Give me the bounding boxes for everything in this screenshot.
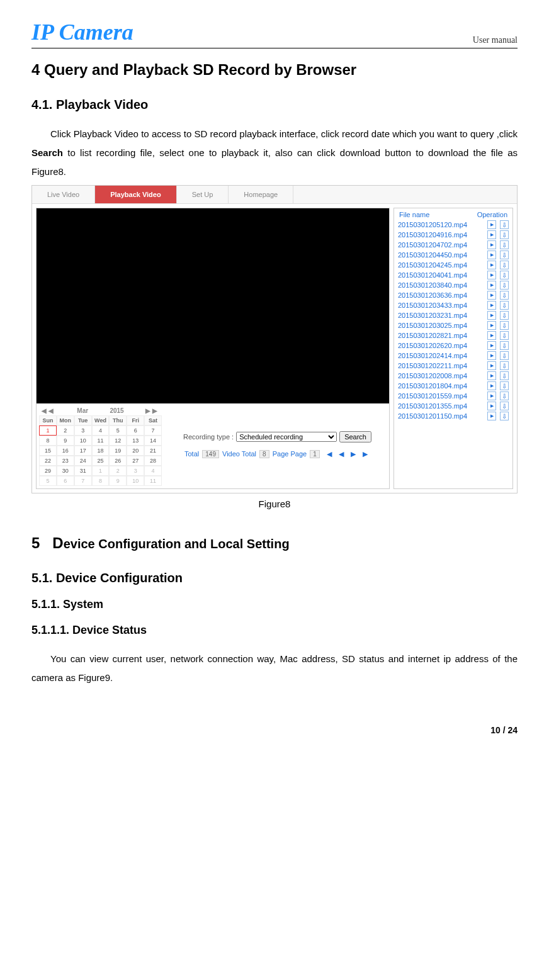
play-icon[interactable]: [487, 331, 496, 340]
calendar-day[interactable]: 11: [92, 436, 110, 446]
calendar-day[interactable]: 25: [92, 456, 110, 466]
file-name: 20150301201355.mp4: [398, 402, 487, 410]
calendar-day[interactable]: 5: [109, 425, 127, 436]
play-icon[interactable]: [487, 301, 496, 310]
calendar-day[interactable]: 9: [57, 436, 74, 446]
calendar-day[interactable]: 2: [109, 466, 127, 476]
play-icon[interactable]: [487, 381, 496, 390]
download-icon[interactable]: [500, 301, 509, 310]
calendar-day[interactable]: 15: [39, 446, 57, 456]
play-icon[interactable]: [487, 412, 496, 420]
play-icon[interactable]: [487, 251, 496, 259]
calendar-day[interactable]: 5: [39, 476, 57, 486]
calendar-day[interactable]: 17: [74, 446, 92, 456]
recording-type-select[interactable]: Scheduled recording: [236, 432, 337, 442]
download-icon[interactable]: [500, 341, 509, 350]
file-row: 20150301205120.mp4: [395, 220, 511, 230]
calendar-day[interactable]: 23: [57, 456, 74, 466]
calendar-day[interactable]: 26: [109, 456, 127, 466]
play-icon[interactable]: [487, 321, 496, 330]
calendar-day[interactable]: 19: [109, 446, 127, 456]
calendar-day[interactable]: 14: [144, 436, 162, 446]
play-icon[interactable]: [487, 291, 496, 300]
download-icon[interactable]: [500, 351, 509, 360]
calendar-day[interactable]: 4: [144, 466, 162, 476]
download-icon[interactable]: [500, 412, 509, 420]
download-icon[interactable]: [500, 291, 509, 300]
calendar-day[interactable]: 1: [39, 425, 57, 436]
download-icon[interactable]: [500, 230, 509, 239]
download-icon[interactable]: [500, 381, 509, 390]
pager-nav-icons[interactable]: ◀ ◀ ▶ ▶: [327, 450, 370, 458]
tab-playback-video[interactable]: Playback Video: [95, 186, 177, 203]
play-icon[interactable]: [487, 261, 496, 269]
tab-live-video[interactable]: Live Video: [32, 186, 95, 203]
download-icon[interactable]: [500, 311, 509, 320]
download-icon[interactable]: [500, 391, 509, 400]
calendar-day[interactable]: 10: [74, 436, 92, 446]
download-icon[interactable]: [500, 261, 509, 269]
play-icon[interactable]: [487, 271, 496, 279]
play-icon[interactable]: [487, 341, 496, 350]
calendar-day[interactable]: 7: [74, 476, 92, 486]
download-icon[interactable]: [500, 220, 509, 229]
calendar-next-icon[interactable]: ▶▶: [145, 407, 159, 414]
search-button[interactable]: Search: [339, 431, 371, 442]
calendar-day[interactable]: 3: [127, 466, 144, 476]
video-playback-area[interactable]: [37, 208, 389, 403]
calendar-day[interactable]: 9: [109, 476, 127, 486]
calendar-day[interactable]: 8: [39, 436, 57, 446]
date-calendar[interactable]: ◀◀ Mar 2015 ▶▶ Sun Mon Tue Wed Thu Fri S…: [39, 406, 162, 486]
play-icon[interactable]: [487, 361, 496, 370]
calendar-day[interactable]: 13: [127, 436, 144, 446]
calendar-prev-icon[interactable]: ◀◀: [42, 407, 55, 414]
calendar-day[interactable]: 8: [92, 476, 110, 486]
play-icon[interactable]: [487, 402, 496, 410]
play-icon[interactable]: [487, 281, 496, 290]
calendar-day[interactable]: 7: [144, 425, 162, 436]
play-icon[interactable]: [487, 371, 496, 380]
download-icon[interactable]: [500, 240, 509, 249]
download-icon[interactable]: [500, 251, 509, 259]
calendar-day[interactable]: 6: [127, 425, 144, 436]
download-icon[interactable]: [500, 361, 509, 370]
calendar-day[interactable]: 2: [57, 425, 74, 436]
calendar-day[interactable]: 6: [57, 476, 74, 486]
file-row: 20150301203840.mp4: [395, 280, 511, 290]
calendar-day[interactable]: 30: [57, 466, 74, 476]
calendar-grid[interactable]: Sun Mon Tue Wed Thu Fri Sat 1 2 3 4 5 6 …: [39, 415, 162, 486]
calendar-day[interactable]: 29: [39, 466, 57, 476]
calendar-day[interactable]: 21: [144, 446, 162, 456]
playback-left-panel: ◀◀ Mar 2015 ▶▶ Sun Mon Tue Wed Thu Fri S…: [36, 208, 390, 489]
play-icon[interactable]: [487, 351, 496, 360]
play-icon[interactable]: [487, 391, 496, 400]
calendar-day[interactable]: 1: [92, 466, 110, 476]
play-icon[interactable]: [487, 240, 496, 249]
tab-homepage[interactable]: Homepage: [229, 186, 293, 203]
download-icon[interactable]: [500, 281, 509, 290]
download-icon[interactable]: [500, 371, 509, 380]
tab-bar: Live Video Playback Video Set Up Homepag…: [32, 186, 517, 204]
play-icon[interactable]: [487, 220, 496, 229]
download-icon[interactable]: [500, 402, 509, 410]
calendar-day[interactable]: 27: [127, 456, 144, 466]
calendar-day[interactable]: 28: [144, 456, 162, 466]
file-name: 20150301203636.mp4: [398, 291, 487, 299]
calendar-day[interactable]: 31: [74, 466, 92, 476]
calendar-day[interactable]: 18: [92, 446, 110, 456]
play-icon[interactable]: [487, 230, 496, 239]
tab-set-up[interactable]: Set Up: [177, 186, 229, 203]
calendar-day[interactable]: 11: [144, 476, 162, 486]
calendar-day[interactable]: 22: [39, 456, 57, 466]
calendar-day[interactable]: 10: [127, 476, 144, 486]
calendar-day[interactable]: 12: [109, 436, 127, 446]
play-icon[interactable]: [487, 311, 496, 320]
calendar-day[interactable]: 24: [74, 456, 92, 466]
calendar-day[interactable]: 16: [57, 446, 74, 456]
calendar-day[interactable]: 4: [92, 425, 110, 436]
download-icon[interactable]: [500, 331, 509, 340]
download-icon[interactable]: [500, 271, 509, 279]
download-icon[interactable]: [500, 321, 509, 330]
calendar-day[interactable]: 20: [127, 446, 144, 456]
calendar-day[interactable]: 3: [74, 425, 92, 436]
